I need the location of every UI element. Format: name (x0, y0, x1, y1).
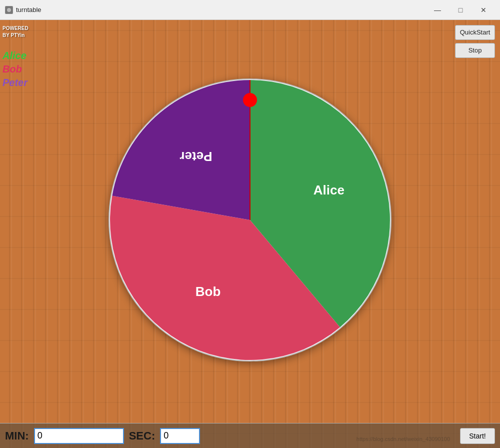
powered-line1: POWERED (2, 25, 28, 32)
min-input[interactable] (34, 428, 124, 444)
right-panel: QuickStart Stop (455, 25, 495, 58)
powered-line2: BY PTYin (2, 32, 28, 39)
title-bar: turntable — □ ✕ (0, 0, 500, 20)
minimize-button[interactable]: — (426, 2, 449, 18)
name-peter: Peter (2, 77, 28, 88)
start-button[interactable]: Start! (460, 428, 495, 444)
app-icon (5, 6, 13, 14)
needle-dot (243, 93, 257, 107)
bottom-bar: MIN: SEC: Start! (0, 423, 500, 448)
stop-button[interactable]: Stop (455, 43, 495, 58)
pie-wrapper: AliceBobPeter (105, 75, 395, 365)
pie-chart: AliceBobPeter (105, 75, 395, 365)
sec-label: SEC: (129, 430, 156, 442)
pie-label-bob: Bob (196, 284, 221, 299)
window-controls: — □ ✕ (426, 2, 495, 18)
pie-label-alice: Alice (314, 182, 344, 198)
min-label: MIN: (5, 430, 29, 442)
turntable-container: AliceBobPeter (100, 65, 400, 375)
name-bob: Bob (2, 64, 28, 75)
quickstart-button[interactable]: QuickStart (455, 25, 495, 40)
close-button[interactable]: ✕ (472, 2, 495, 18)
svg-point-1 (7, 8, 11, 12)
powered-by-text: POWERED BY PTYin (2, 25, 28, 39)
name-labels: Alice Bob Peter (2, 50, 28, 88)
content-area: POWERED BY PTYin Alice Bob Peter QuickSt… (0, 20, 500, 448)
maximize-button[interactable]: □ (449, 2, 472, 18)
window-title: turntable (16, 6, 426, 14)
name-alice: Alice (2, 50, 28, 62)
pie-label-peter: Peter (180, 149, 212, 164)
sec-input[interactable] (160, 428, 200, 444)
